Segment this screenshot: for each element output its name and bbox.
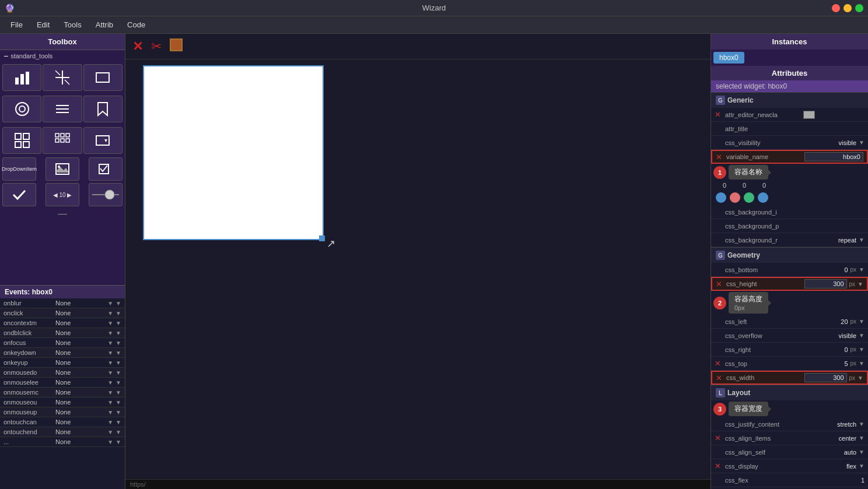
- svg-rect-19: [61, 133, 64, 137]
- dropdown-icon-overflow[interactable]: ▼: [859, 332, 864, 339]
- main-layout: Toolbox − standard_tools: [0, 34, 868, 489]
- right-panel: Instances hbox0 Attributes selected widg…: [710, 34, 868, 489]
- attr-value-display: flex: [803, 463, 856, 470]
- instance-tab-hbox0[interactable]: hbox0: [713, 52, 744, 64]
- color-dot-3[interactable]: [744, 192, 754, 203]
- toolbox-row-5: ◀ 10 ▶: [0, 182, 125, 207]
- svg-rect-14: [15, 133, 21, 139]
- attr-x-spacer: ✕: [715, 124, 723, 133]
- section-geometry-label: Geometry: [727, 251, 760, 259]
- attr-unit-width: px: [849, 375, 856, 381]
- tool-check[interactable]: [2, 183, 36, 206]
- attr-value-overflow: visible: [803, 332, 856, 339]
- section-geometry: G Geometry: [711, 247, 868, 263]
- tool-spinner[interactable]: ◀ 10 ▶: [46, 183, 79, 206]
- attr-x-varname[interactable]: ✕: [716, 153, 724, 161]
- dropdown-icon-bottom[interactable]: ▼: [859, 266, 864, 273]
- canvas-widget-hbox0[interactable]: [143, 65, 324, 240]
- attr-row-top: ✕ css_top 5 px ▼: [711, 357, 868, 371]
- list-item: ondblclickNone▼▼: [0, 328, 125, 338]
- attr-x-icon[interactable]: ✕: [715, 110, 723, 119]
- attr-value-align-items: center: [803, 435, 856, 442]
- minimize-button[interactable]: [844, 4, 852, 12]
- canvas-area: ✕ ✂ ↗ https/: [125, 34, 710, 489]
- attr-value-height[interactable]: 300: [804, 279, 847, 289]
- list-item: ontouchcanNone▼▼: [0, 417, 125, 427]
- tool-dropdown[interactable]: [83, 127, 123, 154]
- toolbox-grid-3: [0, 125, 125, 156]
- callout-2-circle: 2: [713, 297, 726, 309]
- attr-value-top: 5: [803, 360, 848, 367]
- toolbox-grid-1: [0, 62, 125, 93]
- svg-rect-16: [15, 142, 21, 147]
- tool-grid6[interactable]: [43, 127, 82, 154]
- dropdown-icon-right[interactable]: ▼: [859, 346, 864, 353]
- dropdown-icon-display[interactable]: ▼: [859, 463, 864, 469]
- toolbar-close-btn[interactable]: ✕: [130, 38, 145, 55]
- toolbar-scissors-btn[interactable]: ✂: [149, 38, 164, 55]
- tool-bookmark[interactable]: [83, 96, 123, 122]
- attr-swatch[interactable]: [803, 111, 815, 119]
- close-button[interactable]: [832, 4, 840, 12]
- color-dot-2[interactable]: [730, 192, 740, 203]
- svg-rect-1: [20, 74, 24, 85]
- menu-attrib[interactable]: Attrib: [90, 18, 119, 31]
- attr-name-bg-pos: css_background_p: [725, 223, 801, 230]
- dropdown-icon-align-items[interactable]: ▼: [859, 435, 864, 441]
- dropdown-icon-left[interactable]: ▼: [859, 318, 864, 325]
- list-item: onkeyupNone▼▼: [0, 358, 125, 368]
- dropdown-icon-top[interactable]: ▼: [859, 360, 864, 367]
- attr-x-top[interactable]: ✕: [715, 359, 723, 368]
- attr-rgb-row: 0 0 0: [711, 181, 868, 190]
- maximize-button[interactable]: [855, 4, 863, 12]
- attr-name-visibility: css_visibility: [725, 139, 801, 146]
- tool-grid4[interactable]: [2, 127, 41, 154]
- dropdown-icon-justify[interactable]: ▼: [859, 421, 864, 427]
- attr-x-width[interactable]: ✕: [716, 374, 724, 382]
- toolbox-grid-2: [0, 93, 125, 125]
- canvas-content[interactable]: ↗: [125, 59, 710, 479]
- tool-dropdown-item[interactable]: DropDownItem: [2, 157, 36, 181]
- attr-row-bg-repeat: ✕ css_background_r repeat ▼: [711, 233, 868, 247]
- dropdown-icon-visibility[interactable]: ▼: [859, 139, 864, 146]
- attr-value-width[interactable]: 300: [804, 373, 847, 382]
- dropdown-icon-width[interactable]: ▼: [858, 375, 863, 381]
- toolbox-panel: Toolbox − standard_tools: [0, 34, 125, 489]
- resize-handle[interactable]: [319, 235, 325, 241]
- tool-checkbox[interactable]: [89, 157, 123, 181]
- svg-rect-17: [23, 142, 29, 147]
- attr-x-height[interactable]: ✕: [716, 280, 724, 289]
- svg-point-31: [105, 190, 114, 199]
- tooltip-1-area: 1 容器名称: [713, 164, 868, 181]
- minus-icon[interactable]: −: [4, 52, 8, 60]
- menu-edit[interactable]: Edit: [31, 18, 55, 31]
- tool-crosshair[interactable]: [43, 64, 82, 91]
- tool-circle[interactable]: [2, 96, 41, 122]
- tool-rectangle[interactable]: [83, 64, 123, 91]
- tool-bar-chart[interactable]: [2, 64, 41, 91]
- toolbar-box-btn[interactable]: [167, 37, 185, 55]
- tool-image[interactable]: [46, 157, 79, 181]
- tool-slider[interactable]: [89, 183, 123, 206]
- events-panel: Events: hbox0 onblurNone▼▼ onclickNone▼▼…: [0, 285, 125, 489]
- color-dot-4[interactable]: [758, 192, 768, 203]
- menu-tools[interactable]: Tools: [58, 18, 87, 31]
- list-item: onblurNone▼▼: [0, 298, 125, 308]
- menu-code[interactable]: Code: [121, 18, 151, 31]
- list-item: onmousedoNone▼▼: [0, 368, 125, 378]
- instances-tabs: hbox0: [711, 50, 868, 66]
- menu-file[interactable]: File: [5, 18, 29, 31]
- list-item: ...None▼▼: [0, 437, 125, 447]
- tool-lines[interactable]: [43, 96, 82, 122]
- dropdown-icon-height[interactable]: ▼: [858, 281, 863, 287]
- tooltip-2-area: 2 容器高度 0px: [713, 291, 868, 315]
- dropdown-icon-align-self[interactable]: ▼: [859, 449, 864, 455]
- attr-x-align-items[interactable]: ✕: [715, 434, 723, 442]
- attr-value-variable[interactable]: hbox0: [804, 152, 863, 161]
- attr-name-align-items: css_align_items: [725, 435, 801, 442]
- window-title: Wizard: [422, 3, 446, 12]
- dropdown-icon-bg-repeat[interactable]: ▼: [859, 237, 864, 243]
- color-dot-1[interactable]: [716, 192, 726, 203]
- toolbox-collapse[interactable]: —: [0, 207, 125, 220]
- attr-x-display[interactable]: ✕: [715, 462, 723, 470]
